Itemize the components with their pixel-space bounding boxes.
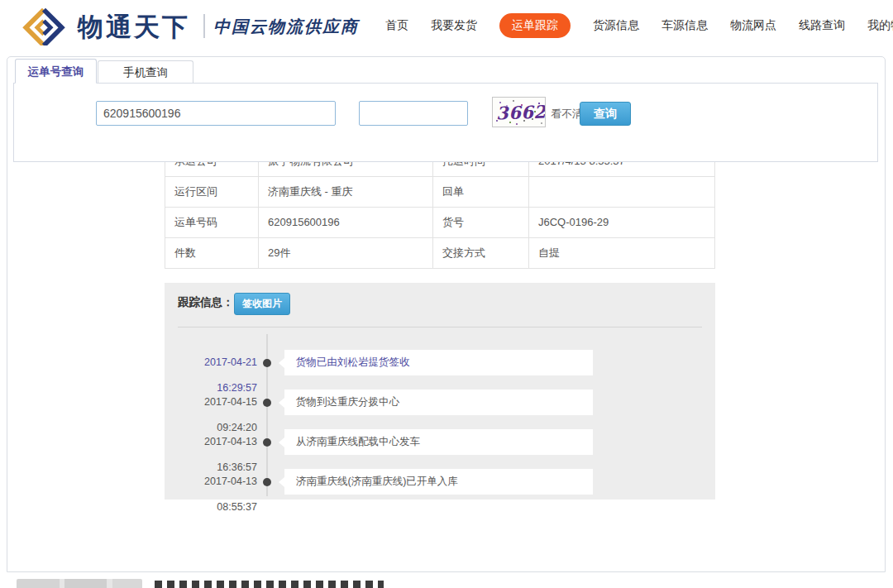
tab-waybill-number-query[interactable]: 运单号查询 bbox=[15, 59, 97, 84]
value-handover-method: 自提 bbox=[529, 238, 714, 268]
nav-item-vehicle-info[interactable]: 车源信息 bbox=[661, 18, 708, 33]
timeline-dot bbox=[263, 478, 271, 486]
value-cargo-number: J6CQ-0196-29 bbox=[529, 208, 714, 237]
label-route-section: 运行区间 bbox=[165, 177, 259, 207]
timeline-entry: 2017-04-15 09:24:20 货物到达重庆分拨中心 bbox=[165, 390, 715, 415]
label-handover-method: 交接方式 bbox=[433, 238, 529, 268]
captcha-code-text: 366231 bbox=[496, 100, 546, 123]
label-piece-count: 件数 bbox=[165, 238, 259, 268]
value-waybill-number: 620915600196 bbox=[259, 208, 433, 237]
timeline-timestamp: 2017-04-13 16:36:57 bbox=[165, 429, 257, 455]
footer-logo-placeholder bbox=[17, 579, 142, 588]
timeline-entry: 2017-04-13 16:36:57 从济南重庆线配载中心发车 bbox=[165, 429, 715, 455]
timeline-timestamp: 2017-04-13 08:55:37 bbox=[165, 469, 257, 495]
timeline-status-text: 货物到达重庆分拨中心 bbox=[284, 390, 593, 415]
nav-item-route-query[interactable]: 线路查询 bbox=[799, 18, 845, 33]
timeline-dot bbox=[263, 399, 271, 407]
search-button[interactable]: 查询 bbox=[580, 102, 631, 126]
timeline-timestamp: 2017-04-21 16:29:57 bbox=[165, 350, 257, 375]
tracking-section-label: 跟踪信息： bbox=[178, 295, 234, 310]
nav-item-cargo-info[interactable]: 货源信息 bbox=[593, 18, 639, 33]
timeline-card-notch bbox=[279, 437, 284, 447]
nav-item-my-account[interactable]: 我的物通天下 bbox=[867, 18, 893, 33]
footer-clipped-text bbox=[155, 581, 384, 588]
waybill-number-input[interactable] bbox=[96, 101, 336, 126]
header: 物通天下 中国云物流供应商 首页 我要发货 运单跟踪 货源信息 车源信息 物流网… bbox=[0, 0, 893, 51]
table-row: 运行区间 济南重庆线 - 重庆 回单 bbox=[165, 177, 715, 208]
label-cargo-number: 货号 bbox=[433, 208, 529, 237]
nav-item-waybill-tracking[interactable]: 运单跟踪 bbox=[499, 13, 571, 38]
brand-tagline: 中国云物流供应商 bbox=[213, 16, 359, 38]
nav-item-logistics-outlets[interactable]: 物流网点 bbox=[730, 18, 776, 33]
timeline-dot bbox=[263, 438, 271, 447]
captcha-image[interactable]: 366231 bbox=[492, 97, 546, 127]
label-waybill-number: 运单号码 bbox=[165, 208, 259, 237]
table-row: 运单号码 620915600196 货号 J6CQ-0196-29 bbox=[165, 208, 715, 238]
tracking-panel: 跟踪信息： 签收图片 2017-04-21 16:29:57 货物已由刘松岩提货… bbox=[165, 283, 715, 500]
table-row: 件数 29件 交接方式 自提 bbox=[165, 238, 715, 269]
timeline-status-text: 货物已由刘松岩提货签收 bbox=[284, 350, 593, 375]
value-piece-count: 29件 bbox=[259, 238, 433, 268]
main-nav: 首页 我要发货 运单跟踪 货源信息 车源信息 物流网点 线路查询 我的物通天下 bbox=[385, 0, 893, 51]
brand-separator bbox=[203, 14, 205, 38]
query-panel: 366231 看不清 查询 bbox=[13, 83, 878, 162]
label-receipt: 回单 bbox=[433, 177, 529, 207]
captcha-refresh-link[interactable]: 看不清 bbox=[551, 107, 583, 122]
timeline-dot bbox=[263, 359, 271, 367]
brand-logo-icon bbox=[20, 7, 68, 45]
value-receipt bbox=[529, 177, 714, 207]
footer-clipped-strip bbox=[0, 577, 893, 588]
captcha-noise-dots bbox=[493, 98, 494, 99]
brand-name: 物通天下 bbox=[78, 10, 190, 45]
timeline-status-text: 从济南重庆线配载中心发车 bbox=[284, 429, 593, 455]
timeline-card-notch bbox=[279, 358, 284, 368]
tracking-divider bbox=[178, 327, 702, 327]
nav-item-home[interactable]: 首页 bbox=[385, 18, 408, 33]
nav-item-ship[interactable]: 我要发货 bbox=[431, 18, 477, 33]
timeline-entry: 2017-04-13 08:55:37 济南重庆线(济南重庆线)已开单入库 bbox=[165, 469, 715, 495]
timeline-timestamp: 2017-04-15 09:24:20 bbox=[165, 390, 257, 415]
captcha-input[interactable] bbox=[359, 101, 468, 126]
timeline-entry: 2017-04-21 16:29:57 货物已由刘松岩提货签收 bbox=[165, 350, 715, 375]
receipt-photo-button[interactable]: 签收图片 bbox=[234, 293, 290, 315]
timeline-status-text: 济南重庆线(济南重庆线)已开单入库 bbox=[284, 469, 593, 495]
tab-phone-query[interactable]: 手机查询 bbox=[98, 60, 193, 84]
value-route-section: 济南重庆线 - 重庆 bbox=[259, 177, 433, 207]
timeline-card-notch bbox=[279, 477, 284, 487]
timeline-card-notch bbox=[279, 398, 284, 408]
